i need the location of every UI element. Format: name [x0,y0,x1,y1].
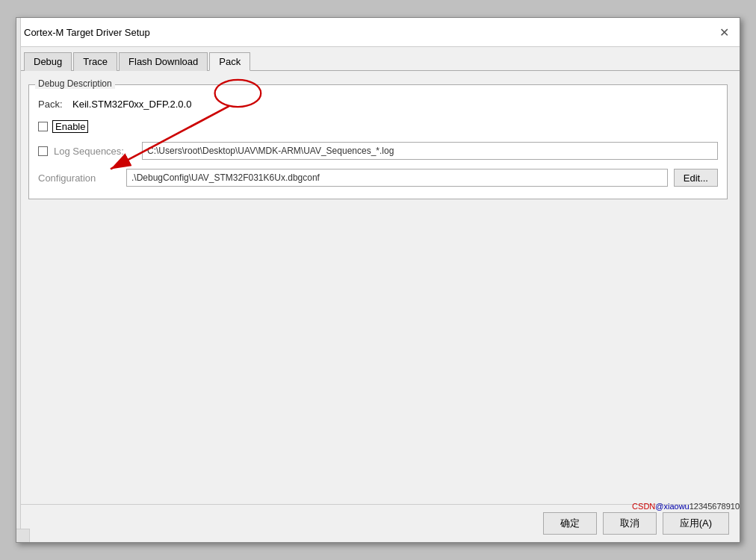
config-label: Configuration [38,172,120,184]
tab-debug[interactable]: Debug [24,52,72,71]
apply-button[interactable]: 应用(A) [663,512,729,535]
tab-flash-download[interactable]: Flash Download [119,52,208,71]
ok-button[interactable]: 确定 [543,512,597,535]
edit-button[interactable]: Edit... [674,169,718,187]
cancel-button[interactable]: 取消 [603,512,657,535]
log-checkbox[interactable] [38,146,48,156]
tab-trace[interactable]: Trace [73,52,117,71]
debug-description-group: Debug Description Pack: Keil.STM32F0xx_D… [28,84,728,199]
main-dialog: Cortex-M Target Driver Setup ✕ Debug Tra… [16,17,740,543]
enable-row: Enable [38,120,718,133]
config-input[interactable] [126,169,668,187]
bottom-left-corner [16,529,30,542]
pack-row: Pack: Keil.STM32F0xx_DFP.2.0.0 [38,99,718,110]
tab-bar: Debug Trace Flash Download Pack [16,47,740,71]
log-input[interactable] [142,142,718,160]
log-sequences-row: Log Sequences: [38,142,718,160]
dialog-footer: 确定 取消 应用(A) [16,504,740,542]
tab-pack[interactable]: Pack [209,52,250,71]
close-button[interactable]: ✕ [716,24,732,40]
enable-checkbox[interactable] [38,122,48,131]
enable-label: Enable [52,120,88,133]
dialog-title: Cortex-M Target Driver Setup [24,27,150,38]
group-legend: Debug Description [35,78,115,89]
main-content: Debug Description Pack: Keil.STM32F0xx_D… [16,71,740,504]
log-label: Log Sequences: [54,146,136,157]
title-bar: Cortex-M Target Driver Setup ✕ [16,18,740,47]
pack-label: Pack: [38,99,68,110]
watermark: CSDN@xiaowu12345678910 [632,502,740,511]
pack-value: Keil.STM32F0xx_DFP.2.0.0 [72,99,191,110]
config-row: Configuration Edit... [38,169,718,187]
